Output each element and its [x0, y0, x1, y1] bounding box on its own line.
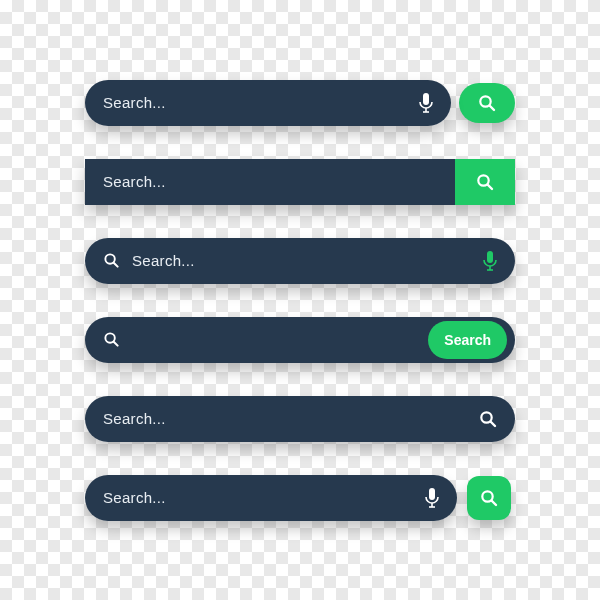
search-placeholder: Search... — [103, 173, 437, 190]
search-input[interactable]: Search... — [85, 475, 457, 521]
search-placeholder: Search... — [103, 410, 467, 427]
search-button[interactable] — [459, 83, 515, 123]
search-button-label: Search — [444, 332, 491, 348]
search-bar: Search... — [85, 396, 515, 442]
search-input[interactable]: Search... — [85, 238, 515, 284]
svg-line-8 — [114, 263, 118, 267]
search-icon — [476, 173, 494, 191]
search-button[interactable] — [455, 159, 515, 205]
svg-rect-0 — [423, 93, 429, 105]
search-icon[interactable] — [479, 410, 497, 428]
search-placeholder: Search... — [103, 94, 407, 111]
svg-line-4 — [490, 105, 495, 110]
search-bar: Search... — [85, 238, 515, 284]
search-icon — [480, 489, 498, 507]
search-bar-variant-5: Search... — [85, 396, 515, 442]
search-bar-variant-4: Search — [85, 317, 515, 363]
svg-line-20 — [492, 500, 497, 505]
search-input[interactable] — [85, 317, 428, 363]
search-placeholder: Search... — [132, 252, 471, 269]
svg-line-6 — [488, 184, 493, 189]
microphone-icon[interactable] — [483, 251, 497, 271]
search-button[interactable]: Search — [428, 321, 507, 359]
search-bar-variant-2: Search... — [85, 159, 515, 205]
search-button[interactable] — [467, 476, 511, 520]
search-bar: Search... — [85, 80, 451, 126]
search-bar-variant-3: Search... — [85, 238, 515, 284]
search-icon — [103, 252, 120, 269]
search-input[interactable]: Search... — [85, 396, 515, 442]
search-icon — [478, 94, 496, 112]
search-bar: Search... — [85, 475, 457, 521]
svg-line-13 — [114, 342, 118, 346]
search-bar-variant-1: Search... — [85, 80, 515, 126]
search-bar-variant-6: Search... — [85, 475, 515, 521]
microphone-icon[interactable] — [419, 93, 433, 113]
search-icon — [103, 331, 120, 348]
microphone-icon[interactable] — [425, 488, 439, 508]
search-bar: Search — [85, 317, 515, 363]
search-input[interactable]: Search... — [85, 159, 455, 205]
search-placeholder: Search... — [103, 489, 413, 506]
svg-rect-16 — [429, 488, 435, 500]
svg-rect-9 — [487, 251, 493, 263]
search-input[interactable]: Search... — [85, 80, 451, 126]
svg-line-15 — [491, 421, 496, 426]
search-bar: Search... — [85, 159, 515, 205]
